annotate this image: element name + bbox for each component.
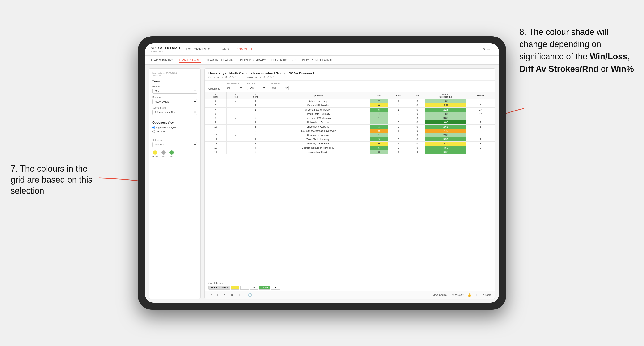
cell-loss: 0	[388, 146, 409, 150]
region-select[interactable]: (All)	[247, 86, 266, 90]
school-select[interactable]: 1. University of Nort...	[152, 110, 197, 115]
radio-opponents-played[interactable]: Opponents Played	[152, 126, 197, 129]
cell-rounds: 9	[466, 150, 495, 154]
cell-reg: -	[226, 142, 245, 146]
cell-reg: -	[226, 116, 245, 120]
cell-win: 0	[370, 129, 388, 133]
legend-row: Down Level Up	[152, 150, 197, 158]
opponent-select[interactable]: (All)	[270, 86, 289, 90]
out-of-division-title: Out of division	[208, 282, 491, 285]
colour-by-label: Colour by	[152, 139, 197, 141]
paste-button[interactable]: ⊟	[236, 293, 241, 297]
cell-rounds: 6	[466, 125, 495, 129]
conference-select[interactable]: (All)	[224, 86, 244, 90]
cell-opponent: University of Arkansas, Fayetteville	[266, 129, 370, 133]
cell-rank: 8	[205, 116, 227, 120]
grid-title: University of North Carolina Head-to-Hea…	[208, 71, 491, 75]
gender-label: Gender	[152, 85, 197, 88]
nav-tournaments[interactable]: TOURNAMENTS	[186, 47, 210, 52]
cell-conf: 1	[245, 137, 266, 142]
cell-win: 0	[370, 103, 388, 108]
cell-diff: -2.29	[425, 103, 466, 108]
out-div-tie: 0	[250, 286, 258, 290]
grid-button[interactable]: ⊞	[475, 293, 480, 297]
cell-rank: 15	[205, 146, 227, 150]
table-row: 4 - 1 Arizona State University 5 1 0 2.2…	[205, 108, 495, 112]
cell-win: 1	[370, 120, 388, 125]
opponents-filter-label: Opponents:	[208, 84, 221, 90]
cell-rank: 9	[205, 120, 227, 125]
sub-nav-player-summary[interactable]: PLAYER SUMMARY	[240, 58, 266, 62]
table-row: 13 - 1 Texas Tech University 3 0 0 5.56 …	[205, 137, 495, 142]
cell-diff: -4.33	[425, 129, 466, 133]
table-row: 11 - 6 University of Arkansas, Fayettevi…	[205, 129, 495, 133]
cell-conf: 7	[245, 150, 266, 154]
sign-out-link[interactable]: | Sign out	[482, 48, 494, 51]
division-select[interactable]: NCAA Division I	[152, 99, 197, 104]
grid-subtitle: Overall Record: 89 - 17 - 0 Division Rec…	[208, 76, 491, 78]
cell-opponent: University of Washington	[266, 116, 370, 120]
sep2: —	[243, 294, 245, 296]
cell-reg: -	[226, 125, 245, 129]
copy-button[interactable]: ⊞	[230, 293, 235, 297]
cell-diff: -1.00	[425, 142, 466, 146]
cell-opponent: University of Florida	[266, 150, 370, 154]
cell-win: 3	[370, 125, 388, 129]
out-div-loss: 0	[240, 286, 249, 290]
cell-reg: -	[226, 146, 245, 150]
undo-button[interactable]: ↩	[208, 293, 213, 297]
sub-nav-team-h2h-heatmap[interactable]: TEAM H2H HEATMAP	[206, 58, 234, 62]
view-original-button[interactable]: View: Original	[430, 293, 450, 297]
cell-reg: -	[226, 103, 245, 108]
cell-rank: 2	[205, 99, 227, 103]
gender-select[interactable]: Men's	[152, 89, 197, 94]
sub-nav-player-h2h-heatmap[interactable]: PLAYER H2H HEATMAP	[302, 58, 333, 62]
cell-win: 5	[370, 108, 388, 112]
cell-tie: 0	[409, 125, 425, 129]
cell-win: 4	[370, 112, 388, 116]
nav-teams[interactable]: TEAMS	[218, 47, 229, 52]
cell-conf: 6	[245, 129, 266, 133]
cell-conf: 2	[245, 116, 266, 120]
sub-nav-team-summary[interactable]: TEAM SUMMARY	[150, 58, 173, 62]
cell-diff: 2.33	[425, 133, 466, 137]
opponent-filter: Opponent (All)	[270, 82, 289, 90]
radio-top100[interactable]: Top 100	[152, 130, 197, 133]
redo-button[interactable]: ↪	[215, 293, 219, 297]
cell-rounds: 3	[466, 133, 495, 137]
cell-loss: 2	[388, 112, 409, 116]
sub-nav-player-h2h-grid[interactable]: PLAYER H2H GRID	[272, 58, 296, 62]
legend-level: Level	[161, 150, 166, 158]
table-row: 16 - 7 University of Florida 3 1 0 6.62 …	[205, 150, 495, 154]
cell-rounds: 9	[466, 99, 495, 103]
cell-loss: 1	[388, 99, 409, 103]
watch-button[interactable]: 👁 Watch ▾	[452, 294, 464, 296]
legend-up-circle	[170, 150, 174, 155]
thumbs-button[interactable]: 👍	[466, 293, 472, 297]
out-div-rounds: 3	[271, 286, 280, 290]
table-row: 2 - 1 Auburn University 2 1 0 1.67 9	[205, 99, 495, 103]
clock-button[interactable]: 🕐	[247, 293, 253, 297]
share-button[interactable]: ↗ Share	[482, 294, 491, 296]
cell-opponent: University of Alabama	[266, 125, 370, 129]
back-button[interactable]: ↶	[221, 293, 226, 297]
region-filter: Region (All)	[247, 82, 266, 90]
data-table-wrap: #Rank #Reg #Conf Opponent Win Loss Tie D…	[205, 92, 495, 280]
nav-links: TOURNAMENTS TEAMS COMMITTEE	[186, 47, 256, 52]
cell-loss: 1	[388, 142, 409, 146]
sub-nav-team-h2h-grid[interactable]: TEAM H2H GRID	[179, 57, 201, 63]
cell-rounds: 3	[466, 129, 495, 133]
cell-opponent: University of Virginia	[266, 133, 370, 137]
cell-win: 5	[370, 146, 388, 150]
cell-rounds: 9	[466, 146, 495, 150]
legend-down: Down	[152, 150, 158, 158]
colour-by-select[interactable]: Win/loss	[152, 142, 197, 147]
cell-reg: -	[226, 150, 245, 154]
out-div-win: 1	[231, 286, 240, 290]
cell-rounds: 3	[466, 142, 495, 146]
cell-tie: 0	[409, 129, 425, 133]
cell-loss: 0	[388, 125, 409, 129]
nav-committee[interactable]: COMMITTEE	[236, 47, 256, 52]
cell-tie: 0	[409, 142, 425, 146]
cell-opponent: Georgia Institute of Technology	[266, 146, 370, 150]
